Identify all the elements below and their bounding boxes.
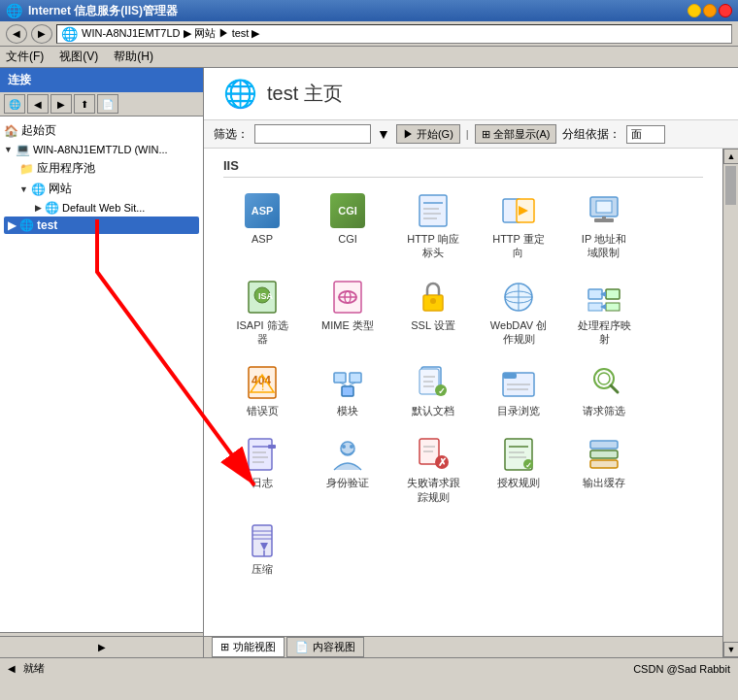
error-label: 错误页 xyxy=(247,404,279,417)
icon-error[interactable]: 404 ! 错误页 xyxy=(223,359,301,423)
address-icon: 🌐 xyxy=(61,26,78,42)
svg-point-63 xyxy=(350,445,353,449)
icon-output-cache[interactable]: 输出缓存 xyxy=(565,431,643,510)
tree-item-apppool[interactable]: 📁 应用程序池 xyxy=(4,158,199,179)
menu-view[interactable]: 视图(V) xyxy=(59,49,98,65)
svg-point-52 xyxy=(598,373,610,384)
svg-rect-29 xyxy=(606,303,620,311)
output-cache-img xyxy=(587,437,621,472)
ip-restrict-img xyxy=(587,193,621,228)
icon-ssl[interactable]: SSL 设置 xyxy=(394,274,472,352)
tree-item-websites[interactable]: ▼ 🌐 网站 xyxy=(4,179,199,199)
address-field[interactable]: 🌐 WIN-A8NJ1EMT7LD ▶ 网站 ▶ test ▶ xyxy=(56,24,732,44)
minimize-btn[interactable] xyxy=(688,4,701,17)
icon-dir-browse[interactable]: 目录浏览 xyxy=(480,359,557,423)
start-button[interactable]: ▶ 开始(G) xyxy=(396,124,460,144)
left-panel-expand[interactable]: ▶ xyxy=(0,636,203,657)
svg-rect-77 xyxy=(590,460,618,468)
mime-img xyxy=(330,280,365,315)
filter-input[interactable] xyxy=(254,124,371,144)
tree-toolbar: 🌐 ◀ ▶ ⬆ 📄 xyxy=(0,92,203,117)
tree-item-server[interactable]: ▼ 💻 WIN-A8NJ1EMT7LD (WIN... xyxy=(4,141,199,158)
left-arrow-btn[interactable]: ◀ xyxy=(8,663,16,674)
maximize-btn[interactable] xyxy=(703,4,717,17)
svg-rect-26 xyxy=(606,289,620,299)
icon-http-headers[interactable]: HTTP 响应标头 xyxy=(394,187,472,266)
toolbar-globe-btn[interactable]: 🌐 xyxy=(4,94,25,114)
icon-ip-restrict[interactable]: IP 地址和域限制 xyxy=(565,187,643,266)
close-btn[interactable] xyxy=(719,4,732,17)
icon-webdav[interactable]: WebDAV 创作规则 xyxy=(480,274,557,352)
group-dropdown[interactable]: 面 xyxy=(626,125,665,144)
toolbar-doc-btn[interactable]: 📄 xyxy=(97,94,118,114)
isapi-filter-label: ISAPI 筛选器 xyxy=(236,318,287,347)
icon-isapi-filter[interactable]: ISA ISAPI 筛选器 xyxy=(223,274,301,352)
menu-file[interactable]: 文件(F) xyxy=(6,49,44,65)
status-right: CSDN @Sad Rabbit xyxy=(633,663,730,675)
toolbar-back-btn[interactable]: ◀ xyxy=(27,94,49,114)
log-img xyxy=(245,437,280,472)
tree-item-test[interactable]: ▶ 🌐 test xyxy=(4,217,199,234)
expand-icon: ▼ xyxy=(4,145,13,154)
icon-req-filter[interactable]: 请求筛选 xyxy=(565,359,643,423)
icon-failed-req[interactable]: ✗ 失败请求跟踪规则 xyxy=(394,431,472,510)
ip-restrict-icon xyxy=(587,193,621,228)
svg-text:ISA: ISA xyxy=(258,291,274,301)
handler-icon xyxy=(587,280,621,315)
svg-rect-78 xyxy=(252,525,272,556)
error-img: 404 ! xyxy=(245,365,280,400)
status-text: 就绪 xyxy=(23,661,625,676)
icon-auth-rules[interactable]: ✓ 授权规则 xyxy=(480,431,557,510)
icon-auth[interactable]: 身份验证 xyxy=(309,431,386,510)
menu-help[interactable]: 帮助(H) xyxy=(114,49,153,65)
icon-compress[interactable]: 压缩 xyxy=(223,517,301,582)
feature-view-label: 功能视图 xyxy=(233,640,276,654)
ssl-icon xyxy=(416,280,451,315)
icon-http-redirect[interactable]: HTTP 重定向 xyxy=(480,187,557,266)
icon-mime[interactable]: MIME 类型 xyxy=(309,274,386,352)
toolbar-up-btn[interactable]: ⬆ xyxy=(74,94,95,114)
scroll-up[interactable]: ▲ xyxy=(723,149,738,164)
dir-browse-icon xyxy=(501,365,536,400)
cgi-label: CGI xyxy=(338,232,357,246)
filter-dropdown-icon[interactable]: ▼ xyxy=(377,126,390,142)
icon-asp[interactable]: ASP ASP xyxy=(223,187,301,266)
scroll-thumb[interactable] xyxy=(725,166,736,205)
icon-cgi[interactable]: CGI CGI xyxy=(309,187,386,266)
module-label: 模块 xyxy=(337,404,358,417)
module-icon xyxy=(330,365,365,400)
address-bar: ◀ ▶ 🌐 WIN-A8NJ1EMT7LD ▶ 网站 ▶ test ▶ xyxy=(0,21,738,47)
scroll-bar[interactable]: ▲ ▼ xyxy=(722,149,738,657)
tree-item-test-label: test xyxy=(37,218,57,232)
http-headers-img xyxy=(416,193,451,228)
asp-img: ASP xyxy=(245,193,280,228)
asp-icon: ASP xyxy=(245,193,280,228)
icon-module[interactable]: 模块 xyxy=(309,359,386,423)
icon-log[interactable]: 日志 xyxy=(223,431,301,510)
mime-icon xyxy=(330,280,365,315)
svg-rect-25 xyxy=(588,289,602,299)
output-cache-icon xyxy=(587,437,621,472)
scroll-track[interactable] xyxy=(723,164,738,642)
group-label: 分组依据： xyxy=(562,126,621,143)
tree-item-start[interactable]: 🏠 起始页 xyxy=(4,120,199,141)
back-button[interactable]: ◀ xyxy=(6,24,27,44)
content-view-label: 内容视图 xyxy=(313,640,355,654)
default-icon: 🌐 xyxy=(45,201,59,215)
tree-item-default[interactable]: ▶ 🌐 Default Web Sit... xyxy=(4,199,199,217)
address-path: WIN-A8NJ1EMT7LD ▶ 网站 ▶ test ▶ xyxy=(82,26,259,41)
svg-rect-76 xyxy=(590,450,618,458)
compress-icon xyxy=(245,523,280,558)
show-all-button[interactable]: ⊞ 全部显示(A) xyxy=(475,124,557,144)
icon-handler[interactable]: 处理程序映射 xyxy=(565,274,643,352)
default-doc-img: ✓ xyxy=(416,365,451,400)
content-view-tab[interactable]: 📄 内容视图 xyxy=(286,637,364,657)
feature-view-tab[interactable]: ⊞ 功能视图 xyxy=(212,637,285,657)
toolbar-forward-btn[interactable]: ▶ xyxy=(50,94,72,114)
title-bar-icon: 🌐 xyxy=(6,3,22,18)
icon-default-doc[interactable]: ✓ 默认文档 xyxy=(394,359,472,423)
test-icon: 🌐 xyxy=(19,218,34,232)
handler-img xyxy=(587,280,621,315)
scroll-down[interactable]: ▼ xyxy=(723,642,738,657)
forward-button[interactable]: ▶ xyxy=(31,24,52,44)
